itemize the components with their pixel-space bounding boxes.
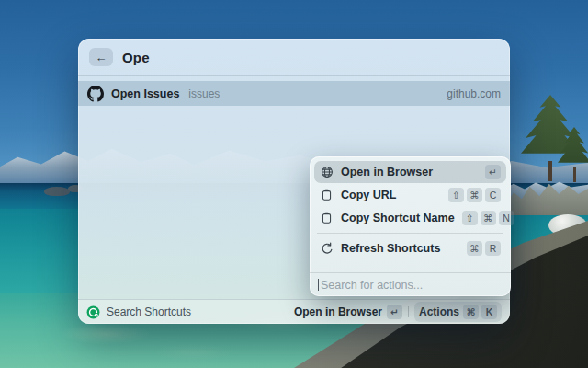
shortcut-keys: ⌘K (463, 305, 497, 319)
action-menu-item-label: Refresh Shortcuts (341, 242, 440, 255)
list-item-subtitle: issues (188, 87, 220, 100)
primary-action-label: Open in Browser (294, 305, 382, 318)
keycap: ⇧ (448, 188, 464, 202)
actions-button-label: Actions (419, 305, 459, 318)
shortcuts-icon (86, 305, 100, 319)
globe-icon (320, 166, 334, 179)
action-search-placeholder: Search for actions... (321, 279, 423, 292)
search-input[interactable]: Ope (122, 50, 150, 65)
keycap: N (499, 211, 514, 225)
status-bar: Search Shortcuts Open in Browser ↵ Actio… (78, 299, 510, 324)
back-arrow-icon: ← (96, 51, 107, 64)
pine-tree-small (558, 127, 588, 182)
action-menu-item-label: Copy URL (341, 189, 396, 201)
action-menu-item[interactable]: Refresh Shortcuts⌘R (314, 237, 506, 259)
list-item-open-issues[interactable]: Open Issues issues github.com (78, 81, 510, 106)
keycap: K (481, 305, 497, 319)
keycap: ⌘ (481, 211, 496, 225)
list-item-accessory: github.com (447, 87, 501, 100)
pine-crown (558, 127, 588, 169)
keycap: ↵ (485, 165, 501, 179)
action-menu-panel: Open in Browser↵Copy URL⇧⌘CCopy Shortcut… (310, 156, 511, 296)
search-header: ← Ope (78, 39, 510, 76)
keycap: ⌘ (467, 241, 482, 256)
keycap: ⇧ (462, 211, 478, 225)
action-menu-item[interactable]: Copy URL⇧⌘C (314, 184, 506, 206)
shortcut-keys: ⇧⌘C (448, 188, 501, 202)
shortcut-keys: ↵ (387, 305, 402, 319)
keycap: C (485, 188, 501, 202)
github-icon (87, 86, 104, 102)
action-menu-item[interactable]: Copy Shortcut Name⇧⌘N (314, 207, 506, 229)
shortcut-keys: ↵ (485, 165, 501, 179)
divider (408, 306, 409, 317)
refresh-icon (320, 242, 334, 256)
list-item-title: Open Issues (111, 87, 179, 100)
text-caret (318, 279, 319, 291)
action-menu-items: Open in Browser↵Copy URL⇧⌘CCopy Shortcut… (310, 156, 511, 259)
status-bar-actions: Open in Browser ↵ Actions ⌘K (294, 302, 502, 322)
action-menu-item-label: Copy Shortcut Name (341, 212, 455, 224)
back-button[interactable]: ← (89, 48, 113, 66)
shortcut-keys: ⌘R (467, 241, 501, 256)
keycap: R (485, 241, 501, 256)
keycap: ⌘ (463, 305, 479, 319)
primary-action-button[interactable]: Open in Browser ↵ (294, 305, 402, 319)
actions-button[interactable]: Actions ⌘K (414, 302, 502, 322)
shortcut-keys: ⇧⌘N (462, 211, 514, 225)
action-menu-item[interactable]: Open in Browser↵ (314, 161, 506, 183)
clipboard-icon (320, 212, 334, 225)
pine-trunk (548, 161, 552, 181)
pine-trunk (573, 167, 576, 182)
action-search-input[interactable]: Search for actions... (310, 272, 511, 296)
command-name: Search Shortcuts (107, 305, 191, 318)
clipboard-icon (320, 189, 334, 202)
keycap: ⌘ (467, 188, 482, 202)
water-rock (44, 187, 70, 196)
action-menu-item-label: Open in Browser (341, 166, 433, 178)
menu-divider (317, 233, 503, 234)
keycap: ↵ (387, 305, 402, 319)
desktop: ← Ope Open Issues issues github.com Sear… (0, 0, 588, 368)
